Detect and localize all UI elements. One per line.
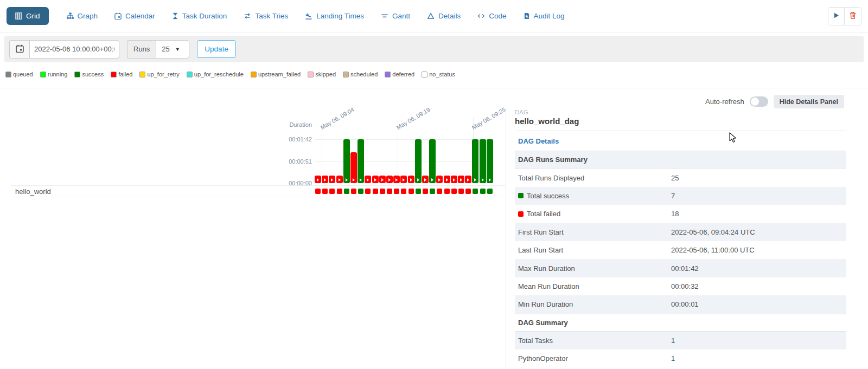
- task-instance-square[interactable]: [451, 189, 457, 194]
- task-tries-icon: [244, 12, 251, 20]
- tab-label: Audit Log: [534, 12, 565, 20]
- legend-swatch: [74, 72, 80, 77]
- task-instance-square[interactable]: [387, 189, 392, 194]
- dag-run-bar[interactable]: [400, 176, 407, 183]
- task-instance-square[interactable]: [487, 189, 493, 194]
- dag-run-bar[interactable]: [458, 176, 464, 183]
- base-date-input[interactable]: [29, 40, 119, 59]
- dag-run-bar[interactable]: [487, 139, 493, 183]
- auto-refresh-toggle[interactable]: [750, 96, 768, 107]
- task-instance-square[interactable]: [365, 189, 371, 194]
- x-tick-label: May 06, 09:19: [395, 106, 431, 131]
- task-instance-square[interactable]: [437, 189, 442, 194]
- tab-graph[interactable]: Graph: [66, 8, 99, 24]
- dag-run-bar[interactable]: [444, 176, 450, 183]
- manual-run-icon: [482, 178, 484, 182]
- dag-run-bar[interactable]: [480, 139, 486, 183]
- tab-details[interactable]: Details: [426, 8, 462, 24]
- row-label-text: PythonOperator: [518, 354, 568, 362]
- num-runs-select[interactable]: 25 ▼: [156, 40, 189, 59]
- task-instance-square[interactable]: [322, 189, 328, 194]
- task-instance-square[interactable]: [409, 189, 414, 194]
- num-runs-group: Runs 25 ▼: [127, 40, 189, 59]
- dag-run-bar[interactable]: [386, 176, 393, 183]
- task-instance-square[interactable]: [401, 189, 406, 194]
- dag-run-bar[interactable]: [408, 176, 414, 183]
- dag-run-bar[interactable]: [350, 152, 357, 183]
- tab-calendar[interactable]: Calendar: [113, 8, 156, 24]
- row-value: 7: [671, 192, 846, 200]
- row-label: PythonOperator: [518, 354, 671, 362]
- task-instance-square[interactable]: [458, 189, 464, 194]
- hide-details-panel-button[interactable]: Hide Details Panel: [774, 95, 844, 108]
- grid-chart: Duration00:01:4200:00:5100:00:00May 06, …: [11, 108, 505, 200]
- update-button[interactable]: Update: [197, 40, 236, 58]
- row-value: 25: [671, 174, 846, 182]
- legend-item-failed: failed: [111, 71, 132, 77]
- dag-run-bar[interactable]: [472, 139, 478, 183]
- legend-item-no_status: no_status: [422, 71, 455, 77]
- tab-gantt[interactable]: Gantt: [380, 8, 411, 24]
- dag-run-bar[interactable]: [365, 176, 371, 183]
- row-label: Last Run Start: [518, 246, 671, 254]
- dag-run-bar[interactable]: [329, 176, 335, 183]
- dag-run-bar[interactable]: [422, 176, 429, 183]
- dag-run-bar[interactable]: [358, 139, 364, 183]
- task-instance-square[interactable]: [394, 189, 399, 194]
- task-instance-square[interactable]: [373, 189, 378, 194]
- dag-actions-group: [828, 7, 861, 25]
- dag-run-bar[interactable]: [393, 176, 400, 183]
- task-instance-square[interactable]: [480, 189, 486, 194]
- task-instance-square[interactable]: [444, 189, 450, 194]
- dag-run-bar[interactable]: [465, 176, 471, 183]
- calendar-icon: [16, 44, 24, 54]
- delete-dag-button[interactable]: [845, 8, 861, 25]
- dag-run-bar[interactable]: [322, 176, 328, 183]
- dag-run-bar[interactable]: [379, 176, 386, 183]
- calendar-picker-button[interactable]: [9, 40, 29, 59]
- manual-run-icon: [431, 178, 433, 182]
- task-instance-square[interactable]: [473, 189, 478, 194]
- task-instance-square[interactable]: [329, 189, 335, 194]
- row-label: First Run Start: [518, 228, 671, 236]
- dag-run-bar[interactable]: [451, 176, 457, 183]
- manual-run-icon: [460, 178, 462, 182]
- dag-details-link[interactable]: DAG Details: [518, 137, 559, 145]
- dag-run-bar[interactable]: [436, 176, 443, 183]
- legend-swatch: [343, 72, 349, 77]
- tab-code[interactable]: Code: [476, 8, 507, 24]
- tab-audit-log[interactable]: Audit Log: [522, 8, 566, 24]
- row-label: Max Run Duration: [518, 264, 671, 273]
- task-instance-square[interactable]: [315, 189, 321, 194]
- row-value: 2022-05-06, 09:04:24 UTC: [671, 228, 846, 236]
- summary-row: Last Run Start2022-05-06, 11:00:00 UTC: [515, 241, 846, 259]
- dag-run-bar[interactable]: [429, 139, 436, 183]
- tab-task-duration[interactable]: Task Duration: [171, 8, 228, 24]
- task-instance-square[interactable]: [416, 189, 421, 194]
- dag-run-bar[interactable]: [336, 176, 343, 183]
- task-instance-square[interactable]: [351, 189, 356, 194]
- row-label-text: Total failed: [527, 210, 560, 218]
- legend-item-up_for_reschedule: up_for_reschedule: [187, 71, 244, 77]
- chevron-down-icon: ▼: [175, 47, 180, 52]
- task-instance-square[interactable]: [337, 189, 342, 194]
- task-instance-square[interactable]: [423, 189, 428, 194]
- dag-run-bar[interactable]: [415, 139, 422, 183]
- manual-run-icon: [324, 178, 326, 182]
- trigger-dag-button[interactable]: [828, 8, 845, 25]
- dag-run-bar[interactable]: [343, 139, 350, 183]
- dag-run-bar[interactable]: [315, 176, 321, 183]
- dag-run-bar[interactable]: [372, 176, 379, 183]
- task-instance-square[interactable]: [465, 189, 471, 194]
- legend-swatch: [422, 72, 427, 77]
- row-value: 2022-05-06, 11:00:00 UTC: [671, 246, 846, 254]
- task-instance-square[interactable]: [344, 189, 349, 194]
- row-value: 1: [671, 336, 846, 345]
- task-instance-square[interactable]: [380, 189, 385, 194]
- task-instance-square[interactable]: [358, 189, 363, 194]
- row-label-text: Min Run Duration: [518, 300, 573, 308]
- tab-landing-times[interactable]: Landing Times: [304, 8, 365, 24]
- tab-grid[interactable]: Grid: [7, 7, 49, 25]
- tab-task-tries[interactable]: Task Tries: [242, 8, 289, 24]
- task-instance-square[interactable]: [430, 189, 435, 194]
